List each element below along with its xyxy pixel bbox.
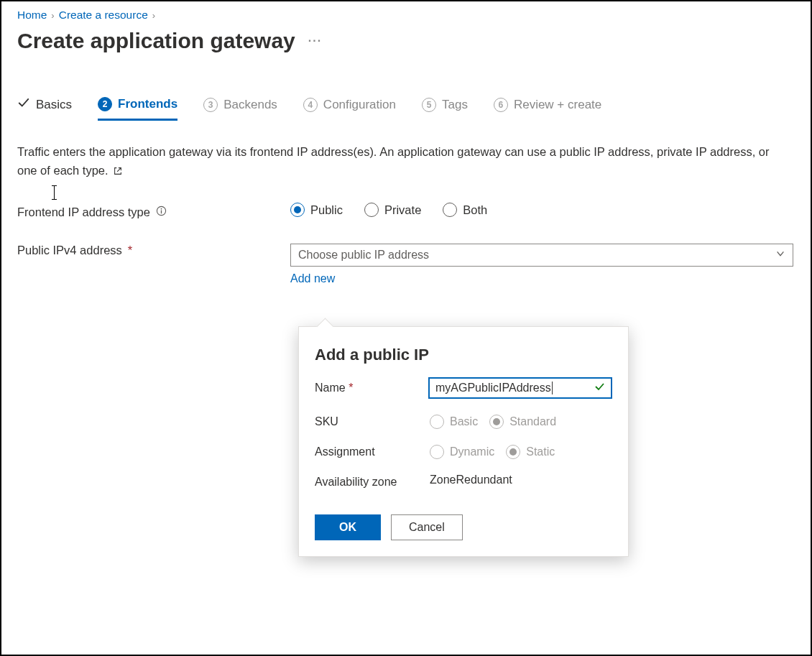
required-asterisk: * [349,382,353,394]
radio-circle-icon [489,415,504,429]
cancel-button[interactable]: Cancel [391,514,463,540]
info-icon[interactable] [156,205,167,219]
tab-basics-label: Basics [36,98,72,112]
breadcrumb: Home › Create a resource › [17,9,795,22]
availability-zone-value: ZoneRedundant [430,473,512,486]
radio-public[interactable]: Public [290,203,343,217]
radio-circle-icon [443,203,457,217]
name-label: Name * [315,382,428,394]
frontend-ip-type-radiogroup: Public Private Both [290,203,487,217]
name-label-text: Name [315,382,346,394]
frontends-description-text: Traffic enters the application gateway v… [17,145,770,177]
radio-public-label: Public [310,203,343,217]
frontend-ip-type-label-text: Frontend IP address type [17,205,150,219]
callout-title: Add a public IP [315,346,612,364]
radio-circle-icon [430,415,444,429]
radio-both[interactable]: Both [443,203,487,217]
ok-button[interactable]: OK [315,514,381,540]
text-caret-icon [552,382,553,394]
tab-backends-label: Backends [223,98,277,112]
text-cursor-icon [54,185,55,200]
tab-review-label: Review + create [514,98,601,112]
radio-assignment-dynamic-label: Dynamic [450,445,494,458]
public-ip-placeholder: Choose public IP address [298,249,429,262]
radio-private-label: Private [384,203,421,217]
page-title-text: Create application gateway [17,29,295,53]
step-number: 5 [422,98,436,112]
add-new-public-ip-link[interactable]: Add new [290,272,793,285]
checkmark-icon [17,96,30,113]
tab-tags[interactable]: 5 Tags [422,93,468,119]
assignment-label: Assignment [315,445,430,458]
chevron-right-icon: › [51,10,54,21]
availability-zone-label: Availability zone [315,475,430,490]
radio-sku-standard-label: Standard [509,415,556,428]
frontend-ip-type-label: Frontend IP address type [17,205,290,219]
public-ip-address-select[interactable]: Choose public IP address [290,244,793,267]
frontends-description: Traffic enters the application gateway v… [17,142,779,181]
required-asterisk: * [128,244,132,257]
step-number: 4 [303,98,318,112]
tab-configuration[interactable]: 4 Configuration [303,93,396,119]
public-ip-name-value: myAGPublicIPAddress [435,382,551,394]
chevron-right-icon: › [152,10,155,21]
public-ip-name-input[interactable]: myAGPublicIPAddress [428,377,612,399]
radio-circle-icon [364,203,379,217]
chevron-down-icon [775,249,785,262]
tab-backends[interactable]: 3 Backends [203,93,277,119]
radio-sku-basic: Basic [430,415,478,429]
radio-circle-icon [430,445,444,459]
radio-both-label: Both [463,203,487,217]
breadcrumb-create-resource[interactable]: Create a resource [59,9,148,22]
sku-label: SKU [315,415,430,428]
step-number: 2 [98,97,112,111]
tab-tags-label: Tags [442,98,468,112]
radio-assignment-static-label: Static [526,445,555,458]
wizard-tabs: Basics 2 Frontends 3 Backends 4 Configur… [17,92,795,121]
tab-basics[interactable]: Basics [17,92,72,120]
tab-review-create[interactable]: 6 Review + create [494,93,601,119]
page-title: Create application gateway ··· [17,29,795,53]
public-ip-address-label: Public IPv4 address * [17,244,290,257]
tab-frontends-label: Frontends [118,97,177,111]
step-number: 6 [494,98,508,112]
radio-assignment-static: Static [506,445,555,459]
radio-sku-standard: Standard [489,415,556,429]
breadcrumb-home[interactable]: Home [17,9,47,22]
external-link-icon[interactable] [113,162,123,181]
tab-frontends[interactable]: 2 Frontends [98,93,177,121]
step-number: 3 [203,98,218,112]
radio-assignment-dynamic: Dynamic [430,445,494,459]
public-ip-address-label-text: Public IPv4 address [17,244,122,257]
add-public-ip-callout: Add a public IP Name * myAGPublicIPAddre… [298,326,629,557]
more-actions-icon[interactable]: ··· [308,34,322,47]
svg-rect-2 [161,211,162,214]
tab-configuration-label: Configuration [323,98,396,112]
svg-point-1 [161,208,162,210]
radio-circle-icon [290,203,305,217]
validation-check-icon [594,381,605,395]
radio-private[interactable]: Private [364,203,421,217]
radio-sku-basic-label: Basic [450,415,478,428]
radio-circle-icon [506,445,520,459]
